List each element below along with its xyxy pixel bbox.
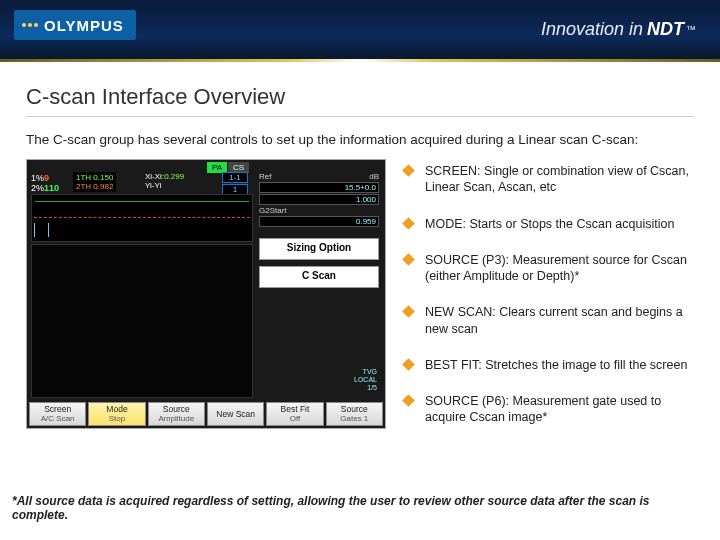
bullet-item: NEW SCAN: Clears current scan and begins… bbox=[404, 304, 694, 337]
g1-label: 1% bbox=[31, 173, 44, 183]
xi-readout: Xi-Xi:0.299 Yi-Yi bbox=[145, 172, 184, 190]
th-readout: 1TH 0.150 2TH 0.982 bbox=[73, 172, 116, 192]
softkey-source-p6-sub: Gates 1 bbox=[327, 414, 382, 423]
cscan-button[interactable]: C Scan bbox=[259, 266, 379, 288]
diamond-icon bbox=[402, 164, 415, 177]
ref-value-1[interactable]: 15.5+0.0 bbox=[259, 182, 379, 193]
bullet-text: MODE: Starts or Stops the Cscan acquisit… bbox=[425, 216, 674, 232]
tagline-tm: ™ bbox=[686, 24, 696, 35]
diamond-icon bbox=[402, 253, 415, 266]
bullet-text: BEST FIT: Stretches the image to fill th… bbox=[425, 357, 687, 373]
brand-logo: OLYMPUS bbox=[14, 10, 136, 40]
bullet-text: SOURCE (P6): Measurement gate used to ac… bbox=[425, 393, 694, 426]
th2-value: 2TH 0.982 bbox=[76, 182, 113, 191]
bullet-item: SOURCE (P6): Measurement gate used to ac… bbox=[404, 393, 694, 426]
bullet-text: SCREEN: Single or combination view of Cs… bbox=[425, 163, 694, 196]
softkey-best-fit[interactable]: Best FitOff bbox=[266, 402, 323, 426]
softkey-source-p6[interactable]: SourceGates 1 bbox=[326, 402, 383, 426]
top-banner: OLYMPUS Innovation in NDT ™ bbox=[0, 0, 720, 62]
brand-name: OLYMPUS bbox=[44, 17, 124, 34]
ascan-graph bbox=[31, 194, 253, 242]
softkey-source-p3-title: Source bbox=[149, 405, 204, 414]
waveform-icon bbox=[34, 223, 49, 237]
softkey-screen-sub: A/C Scan bbox=[30, 414, 85, 423]
diamond-icon bbox=[402, 217, 415, 230]
softkey-source-p3-sub: Amplitude bbox=[149, 414, 204, 423]
softkey-screen-title: Screen bbox=[30, 405, 85, 414]
g1-value: 9 bbox=[44, 173, 49, 183]
xi-value: 0.299 bbox=[164, 172, 184, 181]
yi-label: Yi-Yi bbox=[145, 181, 161, 190]
tagline: Innovation in NDT ™ bbox=[541, 0, 696, 59]
slide-body: C-scan Interface Overview The C-scan gro… bbox=[0, 62, 720, 446]
content-row: PA CS 1%9 2%110 1TH 0.150 2TH 0.982 Xi-X… bbox=[26, 159, 694, 446]
bullet-item: MODE: Starts or Stops the Cscan acquisit… bbox=[404, 216, 694, 232]
footnote: *All source data is acquired regardless … bbox=[12, 494, 708, 522]
ref-panel: RefdB 15.5+0.0 1.000 G2Start 0.959 bbox=[259, 172, 379, 228]
ref-value-2[interactable]: 1.000 bbox=[259, 194, 379, 205]
tvg-index: 1/5 bbox=[367, 384, 377, 391]
bullet-text: NEW SCAN: Clears current scan and begins… bbox=[425, 304, 694, 337]
g2start-value[interactable]: 0.959 bbox=[259, 216, 379, 227]
softkey-best-fit-title: Best Fit bbox=[267, 405, 322, 414]
diamond-icon bbox=[402, 306, 415, 319]
tvg-readout: TVG LOCAL 1/5 bbox=[354, 368, 377, 392]
bullet-text: SOURCE (P3): Measurement source for Csca… bbox=[425, 252, 694, 285]
g2-label: 2% bbox=[31, 183, 44, 193]
diamond-icon bbox=[402, 394, 415, 407]
softkey-mode[interactable]: ModeStop bbox=[88, 402, 145, 426]
softkey-new-scan-title: New Scan bbox=[208, 410, 263, 419]
logo-dots-icon bbox=[22, 23, 38, 27]
g2start-label: G2Start bbox=[259, 206, 287, 215]
tvg-mode: LOCAL bbox=[354, 376, 377, 383]
ref-label: Ref bbox=[259, 172, 271, 181]
device-screenshot: PA CS 1%9 2%110 1TH 0.150 2TH 0.982 Xi-X… bbox=[26, 159, 386, 429]
gate-percent-readout: 1%9 2%110 bbox=[31, 173, 59, 193]
g2-value: 110 bbox=[44, 183, 59, 193]
intro-text: The C-scan group has several controls to… bbox=[26, 131, 686, 149]
xi-label: Xi-Xi: bbox=[145, 172, 164, 181]
tagline-strong: NDT bbox=[647, 19, 684, 40]
th1-value: 1TH 0.150 bbox=[76, 173, 113, 182]
page-title: C-scan Interface Overview bbox=[26, 84, 694, 110]
tagline-prefix: Innovation in bbox=[541, 19, 643, 40]
softkey-mode-title: Mode bbox=[89, 405, 144, 414]
softkey-row: ScreenA/C Scan ModeStop SourceAmplitude … bbox=[29, 402, 383, 426]
softkey-source-p6-title: Source bbox=[327, 405, 382, 414]
softkey-mode-sub: Stop bbox=[89, 414, 144, 423]
softkey-screen[interactable]: ScreenA/C Scan bbox=[29, 402, 86, 426]
box-1[interactable]: 1-1 bbox=[222, 172, 248, 183]
gate-line-icon bbox=[34, 217, 250, 218]
tvg-label: TVG bbox=[363, 368, 377, 375]
bullet-item: SOURCE (P3): Measurement source for Csca… bbox=[404, 252, 694, 285]
softkey-best-fit-sub: Off bbox=[267, 414, 322, 423]
bullet-item: BEST FIT: Stretches the image to fill th… bbox=[404, 357, 694, 373]
bullet-item: SCREEN: Single or combination view of Cs… bbox=[404, 163, 694, 196]
bullet-list: SCREEN: Single or combination view of Cs… bbox=[404, 159, 694, 446]
diamond-icon bbox=[402, 358, 415, 371]
title-rule bbox=[26, 116, 694, 117]
cscan-image-area bbox=[31, 244, 253, 398]
ref-db-label: dB bbox=[369, 172, 379, 181]
softkey-source-p3[interactable]: SourceAmplitude bbox=[148, 402, 205, 426]
softkey-new-scan[interactable]: New Scan bbox=[207, 402, 264, 426]
sizing-option-button[interactable]: Sizing Option bbox=[259, 238, 379, 260]
